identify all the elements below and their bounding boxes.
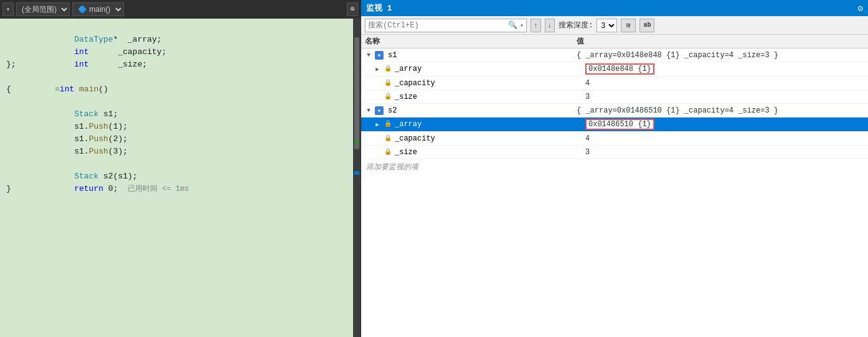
pin-btn[interactable]: ⊕ (347, 2, 358, 16)
watch-row-s1-name: ▼ ◈ s1 (365, 51, 577, 60)
search-up-btn[interactable]: ↑ (531, 19, 541, 32)
expand-arrow-s2-array[interactable]: ▶ (374, 121, 381, 128)
scope-arrow-btn[interactable]: ▾ (2, 2, 14, 16)
var-icon-s1: ◈ (375, 51, 384, 60)
expand-arrow-s2-size[interactable] (374, 149, 381, 156)
s1-size-label: _size (395, 93, 417, 101)
expand-arrow-s2[interactable]: ▼ (365, 107, 372, 114)
ab-watch-btn[interactable]: ab (639, 19, 654, 32)
main-container: ▾ (全局范围) 🔷 main() ⊕ DataType* _array; in… (0, 0, 868, 337)
type-stack-2: Stack (74, 172, 98, 181)
watch-row-s2-array[interactable]: ▶ 🔒 _array 0x01486510 {1} (361, 118, 868, 132)
s1-name-label: s1 (388, 51, 397, 60)
watch-row-s1-capacity-value: 4 (585, 79, 864, 88)
lock-icon-s1-capacity: 🔒 (384, 79, 392, 88)
watch-panel: 监视 1 ⚙ 🔍 ▾ ↑ ↓ 搜索深度: 3 ⊞ ab 名称 值 (361, 0, 868, 337)
lock-icon-s2-capacity: 🔒 (384, 134, 392, 143)
lock-icon-s1-array: 🔒 (384, 65, 392, 73)
watch-row-s1[interactable]: ▼ ◈ s1 { _array=0x0148e848 {1} _capacity… (361, 48, 868, 62)
code-toolbar: ▾ (全局范围) 🔷 main() ⊕ (0, 0, 361, 19)
add-watch-row[interactable]: 添加要监视的项 (361, 159, 868, 175)
watch-row-s1-array-name: ▶ 🔒 _array (374, 65, 585, 73)
depth-select[interactable]: 3 (597, 19, 617, 32)
watch-toolbar: 🔍 ▾ ↑ ↓ 搜索深度: 3 ⊞ ab (361, 16, 868, 35)
watch-row-s1-size[interactable]: 🔒 _size 3 (361, 90, 868, 104)
gear-icon[interactable]: ⚙ (858, 3, 863, 14)
s1-capacity-label: _capacity (395, 79, 435, 88)
expand-arrow-s1[interactable]: ▼ (365, 52, 372, 59)
expand-arrow-s1-size[interactable] (374, 93, 381, 101)
vertical-scrollbar[interactable] (353, 19, 361, 337)
watch-row-s2[interactable]: ▼ ◈ s2 { _array=0x01486510 {1} _capacity… (361, 104, 868, 118)
search-dropdown-btn[interactable]: ▾ (520, 22, 524, 29)
expand-arrow-s2-capacity[interactable] (374, 135, 381, 142)
search-icon: 🔍 (508, 21, 517, 30)
watch-row-s2-size-value: 3 (585, 148, 864, 157)
scope-select[interactable]: (全局范围) (16, 2, 70, 16)
expand-arrow-s1-array[interactable]: ▶ (374, 65, 381, 73)
expand-arrow-s1-capacity[interactable] (374, 80, 381, 87)
code-panel: ▾ (全局范围) 🔷 main() ⊕ DataType* _array; in… (0, 0, 361, 337)
watch-row-s1-size-value: 3 (585, 93, 864, 101)
watch-row-s1-array-value: 0x0148e848 {1} (585, 63, 864, 75)
time-badge: 已用时间 <= 1ms (128, 185, 189, 193)
s2-size-label: _size (395, 148, 417, 157)
func-main: main (79, 85, 98, 94)
pin-watch-btn[interactable]: ⊞ (621, 19, 636, 32)
code-line: Stack s2(s1); (6, 158, 351, 170)
func-push-2: Push (89, 134, 108, 144)
header-name-col: 名称 (365, 36, 577, 47)
lock-icon-s1-size: 🔒 (384, 93, 392, 101)
watch-row-s2-array-name: ▶ 🔒 _array (374, 120, 585, 129)
code-line: =int main() (6, 71, 351, 83)
kw-int-1: int (74, 47, 88, 57)
scroll-mark-blue (354, 171, 359, 175)
type-stack-1: Stack (74, 109, 98, 119)
lock-icon-s2-size: 🔒 (384, 148, 392, 157)
watch-row-s2-value: { _array=0x01486510 {1} _capacity=4 _siz… (577, 106, 864, 115)
s2-array-value-highlighted: 0x01486510 {1} (585, 119, 654, 130)
watch-row-s2-capacity[interactable]: 🔒 _capacity 4 (361, 132, 868, 145)
code-body: DataType* _array; int _capacity; int _si… (0, 19, 361, 337)
watch-row-s2-size-name: 🔒 _size (374, 148, 585, 157)
var-icon-s2: ◈ (375, 106, 384, 115)
code-line: Stack s1; (6, 96, 351, 108)
watch-table: ▼ ◈ s1 { _array=0x0148e848 {1} _capacity… (361, 48, 868, 337)
code-content: DataType* _array; int _capacity; int _si… (0, 19, 353, 337)
watch-row-s1-value: { _array=0x0148e848 {1} _capacity=4 _siz… (577, 51, 864, 60)
watch-row-s1-array[interactable]: ▶ 🔒 _array 0x0148e848 {1} (361, 62, 868, 76)
s2-array-label: _array (395, 120, 422, 129)
s2-name-label: s2 (388, 106, 397, 115)
depth-label: 搜索深度: (559, 20, 593, 30)
search-box: 🔍 ▾ (365, 19, 527, 32)
watch-panel-title: 监视 1 (366, 2, 392, 14)
scrollbar-thumb[interactable] (354, 37, 359, 149)
func-push-1: Push (89, 122, 108, 131)
kw-int-main: =int (55, 85, 74, 94)
header-value-col: 值 (577, 36, 864, 47)
code-line: DataType* _array; (6, 21, 351, 34)
type-datatype: DataType (74, 35, 113, 44)
lock-icon-s2-array: 🔒 (384, 120, 392, 129)
kw-int-2: int (74, 60, 88, 69)
watch-row-s1-capacity[interactable]: 🔒 _capacity 4 (361, 76, 868, 90)
s2-capacity-label: _capacity (395, 134, 435, 143)
search-down-btn[interactable]: ↓ (545, 19, 555, 32)
scroll-mark (354, 140, 359, 144)
func-push-3: Push (89, 147, 108, 156)
watch-row-s1-size-name: 🔒 _size (374, 93, 585, 101)
title-icons: ⚙ (858, 3, 863, 14)
s1-array-label: _array (395, 65, 422, 73)
watch-row-s2-array-value: 0x01486510 {1} (585, 119, 864, 130)
func-select[interactable]: 🔷 main() (72, 2, 124, 16)
watch-row-s2-name: ▼ ◈ s2 (365, 106, 577, 115)
watch-row-s2-capacity-name: 🔒 _capacity (374, 134, 585, 143)
watch-row-s1-capacity-name: 🔒 _capacity (374, 79, 585, 88)
kw-return: return (74, 184, 103, 193)
watch-row-s2-capacity-value: 4 (585, 134, 864, 143)
watch-table-header: 名称 值 (361, 35, 868, 48)
s1-array-value-highlighted: 0x0148e848 {1} (585, 63, 654, 75)
watch-title-bar: 监视 1 ⚙ (361, 0, 868, 16)
search-input[interactable] (368, 21, 506, 30)
watch-row-s2-size[interactable]: 🔒 _size 3 (361, 145, 868, 159)
